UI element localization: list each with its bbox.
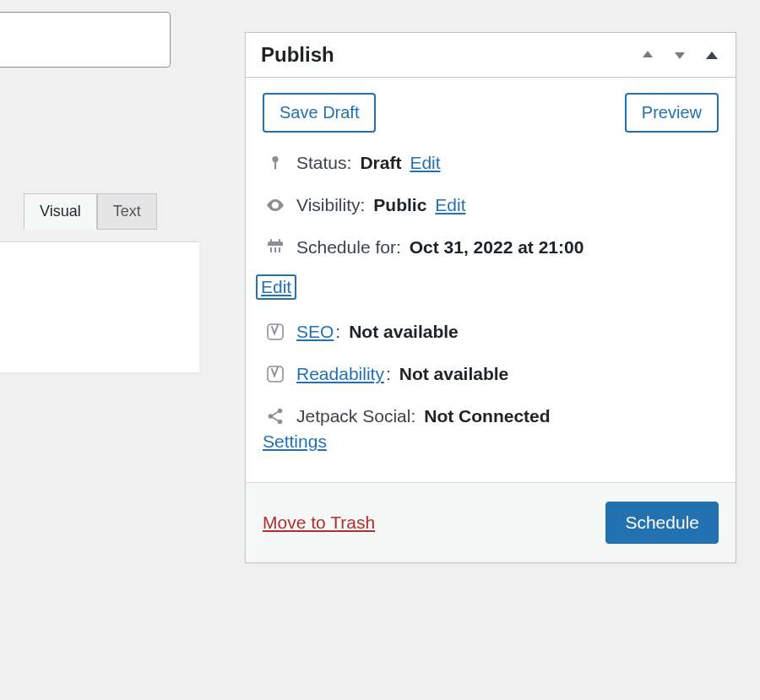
svg-rect-9 (279, 247, 280, 252)
jetpack-settings-row: Settings (263, 431, 719, 452)
publish-header: Publish (246, 33, 736, 78)
tab-text[interactable]: Text (97, 193, 157, 230)
schedule-row: Schedule for: Oct 31, 2022 at 21:00 Edit (263, 237, 719, 300)
editor-canvas[interactable] (0, 241, 199, 372)
yoast-icon (263, 364, 288, 384)
readability-sep: : (386, 364, 391, 384)
eye-icon (263, 195, 288, 215)
schedule-edit-link[interactable]: Edit (256, 274, 296, 300)
visibility-row: Visibility: Public Edit (263, 195, 719, 215)
readability-row: Readability: Not available (263, 364, 719, 384)
publish-body: Save Draft Preview Status: Draft Edit Vi… (246, 78, 736, 482)
schedule-value: Oct 31, 2022 at 21:00 (410, 237, 584, 258)
publish-footer: Move to Trash Schedule (246, 482, 736, 562)
seo-value: Not available (349, 322, 459, 342)
publish-metabox: Publish Save Draft Preview Status: Draft (245, 32, 736, 563)
share-icon (263, 407, 288, 426)
pin-icon (263, 154, 288, 172)
seo-row: SEO: Not available (263, 322, 719, 342)
schedule-button[interactable]: Schedule (605, 502, 719, 544)
visibility-edit-link[interactable]: Edit (435, 195, 465, 215)
jetpack-settings-link[interactable]: Settings (263, 431, 327, 452)
status-edit-link[interactable]: Edit (410, 153, 440, 173)
svg-rect-5 (270, 239, 272, 243)
move-up-icon[interactable] (639, 46, 656, 63)
publish-title: Publish (261, 43, 334, 67)
move-to-trash-link[interactable]: Move to Trash (263, 513, 375, 533)
visibility-label: Visibility: (296, 195, 365, 215)
tab-visual[interactable]: Visual (24, 193, 97, 230)
editor-tabs: Visual Text (24, 193, 157, 230)
jetpack-social-row: Jetpack Social: Not Connected (263, 406, 719, 426)
svg-rect-6 (279, 239, 280, 243)
status-label: Status: (296, 153, 351, 173)
svg-rect-7 (270, 247, 272, 252)
jetpack-label: Jetpack Social: (296, 406, 415, 426)
svg-rect-1 (274, 161, 276, 170)
readability-value: Not available (399, 364, 509, 384)
readability-link[interactable]: Readability (296, 364, 384, 384)
schedule-label: Schedule for: (296, 237, 401, 258)
move-down-icon[interactable] (671, 46, 688, 63)
seo-sep: : (335, 322, 340, 342)
seo-link[interactable]: SEO (296, 322, 334, 342)
svg-rect-8 (274, 247, 276, 252)
post-title-input[interactable] (0, 12, 171, 68)
svg-point-2 (274, 203, 277, 207)
status-value: Draft (360, 153, 401, 173)
yoast-icon (263, 322, 288, 342)
save-draft-button[interactable]: Save Draft (263, 93, 376, 133)
status-row: Status: Draft Edit (263, 153, 719, 173)
preview-button[interactable]: Preview (625, 93, 719, 133)
jetpack-value: Not Connected (424, 406, 550, 426)
visibility-value: Public (373, 195, 426, 215)
calendar-icon (263, 237, 288, 258)
collapse-toggle-icon[interactable] (703, 46, 720, 63)
